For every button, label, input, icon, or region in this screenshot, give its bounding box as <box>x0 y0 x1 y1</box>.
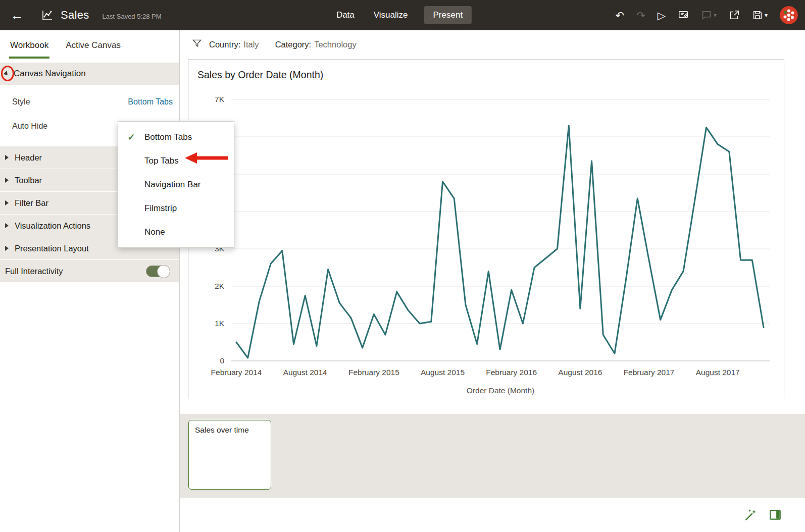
canvas-area: Country: Italy Category: Technology Sale… <box>180 30 805 532</box>
menu-item-none[interactable]: None <box>118 220 234 244</box>
y-tick-label: 0 <box>188 356 224 365</box>
filter-funnel-icon[interactable] <box>192 38 202 50</box>
sidebar-tab-workbook[interactable]: Workbook <box>9 33 49 59</box>
section-label: Toolbar <box>15 176 42 185</box>
sales-line-chart-card[interactable]: Sales by Order Date (Month) Order Date (… <box>188 60 784 399</box>
filter-country-label[interactable]: Country: <box>209 40 240 49</box>
auto-hide-label: Auto Hide <box>12 122 47 131</box>
x-axis-title: Order Date (Month) <box>231 386 770 395</box>
tab-present[interactable]: Present <box>424 6 472 24</box>
section-label: Header <box>15 153 42 163</box>
undo-icon[interactable]: ↶ <box>616 10 625 21</box>
expand-triangle-icon <box>5 246 9 251</box>
sales-line-series[interactable] <box>236 126 764 358</box>
expand-triangle-icon <box>5 200 9 205</box>
mode-tabs: Data Visualize Present <box>333 0 472 30</box>
header-left: ← Sales Last Saved 5:28 PM <box>0 0 162 30</box>
expand-triangle-icon <box>5 155 9 160</box>
y-tick-label: 1K <box>188 319 224 328</box>
collapse-triangle-icon[interactable] <box>3 71 9 77</box>
save-icon[interactable]: ▾ <box>752 10 768 21</box>
app-header: ← Sales Last Saved 5:28 PM Data Visualiz… <box>0 0 805 30</box>
y-tick-label: 2K <box>188 282 224 291</box>
section-label: Visualization Actions <box>15 221 90 231</box>
x-tick-label: August 2017 <box>696 368 740 377</box>
x-tick-label: August 2016 <box>558 368 602 377</box>
bottom-canvas-tabs-strip: Sales over time <box>180 414 805 498</box>
filter-category-value[interactable]: Technology <box>314 40 356 49</box>
redo-icon: ↷ <box>636 10 645 21</box>
canvas-tab-sales-over-time[interactable]: Sales over time <box>188 420 271 490</box>
menu-item-label: Bottom Tabs <box>144 132 192 142</box>
x-tick-label: February 2016 <box>486 368 537 377</box>
oracle-analytics-app: ← Sales Last Saved 5:28 PM Data Visualiz… <box>0 0 805 532</box>
filter-category-label[interactable]: Category: <box>275 40 312 49</box>
menu-item-label: Top Tabs <box>144 156 179 166</box>
style-property-row: Style Bottom Tabs <box>0 90 179 114</box>
bottom-action-bar <box>180 498 805 532</box>
save-caret-icon[interactable]: ▾ <box>765 12 768 18</box>
comments-icon: ▾ <box>701 10 717 21</box>
canvas-tab-label: Sales over time <box>195 425 249 434</box>
chart-title: Sales by Order Date (Month) <box>197 69 323 81</box>
menu-item-label: Filmstrip <box>144 203 177 214</box>
menu-item-filmstrip[interactable]: Filmstrip <box>118 196 234 220</box>
section-label: Filter Bar <box>15 198 48 208</box>
x-tick-label: February 2017 <box>624 368 675 377</box>
x-tick-label: February 2015 <box>348 368 399 377</box>
check-icon: ✓ <box>118 132 144 143</box>
style-value-dropdown[interactable]: Bottom Tabs <box>128 97 173 107</box>
x-tick-label: August 2014 <box>283 368 327 377</box>
expand-triangle-icon <box>5 178 9 183</box>
last-saved-text: Last Saved 5:28 PM <box>103 13 162 20</box>
menu-item-bottom-tabs[interactable]: ✓ Bottom Tabs <box>118 125 234 149</box>
sidebar-tabs: Workbook Active Canvas <box>0 30 179 59</box>
canvas-navigation-section-header[interactable]: Canvas Navigation <box>0 63 179 85</box>
full-interactivity-toggle[interactable] <box>146 265 170 277</box>
menu-item-label: Navigation Bar <box>144 180 201 190</box>
comments-caret-icon: ▾ <box>714 12 717 18</box>
auto-insights-icon[interactable] <box>744 508 758 521</box>
header-actions: ↶ ↷ ▷ ▾ ▾ <box>616 0 798 30</box>
workbook-title: Sales <box>61 9 89 22</box>
canvas-layout-icon[interactable] <box>769 508 782 521</box>
style-dropdown-menu: ✓ Bottom Tabs Top Tabs Navigation Bar Fi… <box>118 121 234 248</box>
avatar[interactable] <box>780 6 798 24</box>
toggle-knob <box>157 265 170 278</box>
back-button[interactable]: ← <box>7 9 27 22</box>
style-label: Style <box>12 97 30 107</box>
x-tick-label: August 2015 <box>421 368 465 377</box>
sidebar-tab-active-canvas[interactable]: Active Canvas <box>65 33 122 59</box>
menu-item-navigation-bar[interactable]: Navigation Bar <box>118 173 234 196</box>
tab-data[interactable]: Data <box>333 6 358 24</box>
full-interactivity-row: Full Interactivity <box>0 260 179 282</box>
filter-country-value[interactable]: Italy <box>243 40 259 49</box>
full-interactivity-label: Full Interactivity <box>5 267 63 276</box>
line-chart-plot <box>231 99 770 361</box>
section-label: Presentation Layout <box>15 244 89 253</box>
menu-item-top-tabs[interactable]: Top Tabs <box>118 149 234 173</box>
menu-item-label: None <box>144 227 165 237</box>
canvas-navigation-title: Canvas Navigation <box>14 69 86 79</box>
open-in-new-window-icon[interactable] <box>729 10 740 21</box>
present-properties-panel: Workbook Active Canvas Canvas Navigation… <box>0 30 180 532</box>
expand-triangle-icon <box>5 223 9 228</box>
workbook-chart-icon <box>41 9 54 21</box>
y-tick-label: 7K <box>188 95 224 104</box>
tab-visualize[interactable]: Visualize <box>371 6 411 24</box>
filter-bar: Country: Italy Category: Technology <box>180 30 805 59</box>
x-tick-label: February 2014 <box>211 368 262 377</box>
play-preview-icon[interactable]: ▷ <box>658 10 666 21</box>
present-edit-icon[interactable] <box>678 10 689 21</box>
